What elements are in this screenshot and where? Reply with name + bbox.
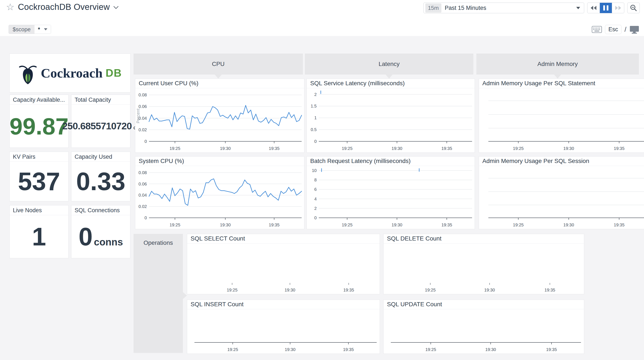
tv-mode-icon[interactable] [630, 25, 639, 34]
scope-variable-value[interactable]: * [34, 25, 51, 34]
time-range-picker[interactable]: 15m Past 15 Minutes [424, 2, 584, 13]
svg-text:1: 1 [314, 115, 317, 120]
sql-insert-count-plot[interactable]: 19:2519:3019:35 [187, 310, 380, 354]
svg-text:0.02: 0.02 [138, 127, 147, 132]
time-range-badge: 15m [425, 3, 442, 13]
logo-suffix: DB [106, 67, 122, 79]
chart-title: Current User CPU (%) [135, 79, 304, 88]
svg-text:19:25: 19:25 [227, 288, 238, 292]
svg-text:19:35: 19:35 [442, 146, 452, 151]
zoom-out-button[interactable] [627, 2, 640, 13]
svg-text:0: 0 [314, 215, 317, 220]
chart-title: Admin Memory Usage Per SQL Statement [479, 79, 644, 88]
svg-text:10: 10 [312, 168, 317, 173]
svg-text:19:35: 19:35 [614, 223, 624, 227]
cockroachdb-logo-card: Cockroach DB [10, 53, 130, 92]
svg-text:19:25: 19:25 [227, 347, 238, 352]
chart-card-admin-memory-statement: Admin Memory Usage Per SQL Statement 19:… [479, 79, 644, 153]
svg-text:19:35: 19:35 [546, 347, 557, 352]
svg-text:19:35: 19:35 [343, 288, 354, 292]
playback-controls [587, 2, 624, 13]
svg-text:19:25: 19:25 [170, 223, 180, 227]
pause-button[interactable] [600, 3, 612, 13]
chart-title: SQL UPDATE Count [384, 300, 584, 309]
svg-text:19:30: 19:30 [485, 347, 496, 352]
svg-text:0.08: 0.08 [138, 92, 147, 97]
chart-card-batch-request-latency: Batch Request Latency (milliseconds) 024… [306, 156, 475, 229]
stat-title: Live Nodes [10, 205, 68, 215]
svg-text:19:35: 19:35 [269, 146, 280, 151]
chart-title: SQL SELECT Count [187, 234, 380, 244]
page-title: CockroachDB Overview [18, 2, 110, 12]
svg-text:1.5: 1.5 [311, 104, 317, 108]
svg-text:19:25: 19:25 [342, 223, 352, 227]
svg-text:19:35: 19:35 [269, 223, 280, 227]
svg-text:19:25: 19:25 [425, 347, 436, 352]
stat-unit: conns [94, 236, 123, 248]
keyboard-icon[interactable] [592, 26, 602, 33]
chart-title: Batch Request Latency (milliseconds) [307, 157, 475, 166]
stat-value: 1 [32, 223, 46, 251]
stat-value: 0.33 [76, 167, 126, 196]
svg-text:19:30: 19:30 [284, 288, 295, 292]
svg-text:19:25: 19:25 [513, 146, 524, 151]
svg-text:6: 6 [314, 187, 317, 192]
chart-card-sql-update-count: SQL UPDATE Count 19:2519:3019:35 [383, 300, 584, 354]
svg-text:0.04: 0.04 [138, 193, 147, 197]
cockroach-bug-icon [18, 61, 38, 85]
chart-title: SQL DELETE Count [384, 234, 584, 244]
group-header-cpu[interactable]: CPU [134, 53, 303, 74]
admin-memory-group-notch [554, 74, 561, 79]
scope-variable-name: $scope [9, 25, 34, 34]
sql-update-count-plot[interactable]: 19:2519:3019:35 [384, 310, 584, 354]
stat-title: Capacity Used [72, 152, 130, 162]
chart-card-system-cpu: System CPU (%) 00.020.040.060.0819:2519:… [135, 156, 304, 229]
stat-card-total-capacity: Total Capacity 250.6855710720GB [71, 95, 130, 148]
group-header-operations[interactable]: Operations [134, 234, 183, 353]
chart-card-sql-service-latency: SQL Service Latency (milliseconds) 00.51… [306, 79, 475, 153]
svg-text:19:25: 19:25 [513, 223, 524, 227]
svg-text:4: 4 [314, 197, 317, 201]
svg-text:19:30: 19:30 [564, 223, 574, 227]
chart-title: Admin Memory Usage Per SQL Session [479, 157, 644, 166]
sql-select-count-plot[interactable]: 19:2519:3019:35 [187, 244, 380, 294]
rewind-button[interactable] [588, 3, 600, 13]
stat-value: 99.87 [10, 113, 68, 139]
batch-request-latency-plot[interactable]: 024681019:2519:3019:35 [307, 166, 475, 229]
svg-text:19:25: 19:25 [425, 288, 436, 292]
stat-title: SQL Connections [72, 205, 130, 215]
group-header-latency[interactable]: Latency [305, 53, 473, 74]
time-range-label: Past 15 Minutes [445, 5, 576, 11]
stat-card-capacity-available: Capacity Available... 99.87 [10, 95, 68, 148]
stat-value: 250.6855710720 [62, 121, 132, 131]
esc-key-badge[interactable]: Esc [605, 25, 622, 34]
magnifier-minus-icon [630, 4, 637, 11]
svg-text:19:25: 19:25 [170, 146, 180, 151]
shortcut-hints: Esc / [592, 25, 639, 34]
svg-text:19:30: 19:30 [392, 223, 402, 227]
svg-text:0.08: 0.08 [138, 170, 147, 175]
svg-text:2: 2 [314, 206, 317, 211]
svg-text:19:30: 19:30 [564, 146, 574, 151]
sql-delete-count-plot[interactable]: 19:2519:3019:35 [384, 244, 584, 294]
pause-icon [603, 5, 605, 10]
svg-text:19:30: 19:30 [220, 223, 231, 227]
system-cpu-plot[interactable]: 00.020.040.060.0819:2519:3019:35 [135, 166, 304, 229]
chart-card-sql-select-count: SQL SELECT Count 19:2519:3019:35 [187, 234, 380, 294]
title-chevron-down-icon[interactable] [113, 6, 119, 10]
current-user-cpu-plot[interactable]: 00.020.040.060.0819:2519:3019:35Percent [135, 88, 304, 152]
favorite-star-icon[interactable]: ☆ [6, 2, 14, 12]
svg-text:0: 0 [144, 139, 147, 144]
sql-service-latency-plot[interactable]: 00.511.5219:2519:3019:35 [307, 88, 475, 152]
admin-memory-statement-plot[interactable]: 19:2519:3019:35 [479, 88, 644, 152]
chart-card-sql-delete-count: SQL DELETE Count 19:2519:3019:35 [383, 234, 584, 294]
svg-text:2: 2 [314, 92, 317, 97]
template-variable-scope[interactable]: $scope * [8, 25, 51, 34]
group-header-admin-memory[interactable]: Admin Memory [476, 53, 639, 74]
fast-forward-button[interactable] [612, 3, 624, 13]
admin-memory-session-plot[interactable]: 19:2519:3019:35 [479, 166, 644, 229]
chart-card-sql-insert-count: SQL INSERT Count 19:2519:3019:35 [187, 300, 380, 354]
svg-text:19:35: 19:35 [343, 347, 354, 352]
time-range-caret-icon [576, 7, 580, 9]
svg-text:19:30: 19:30 [220, 146, 231, 151]
